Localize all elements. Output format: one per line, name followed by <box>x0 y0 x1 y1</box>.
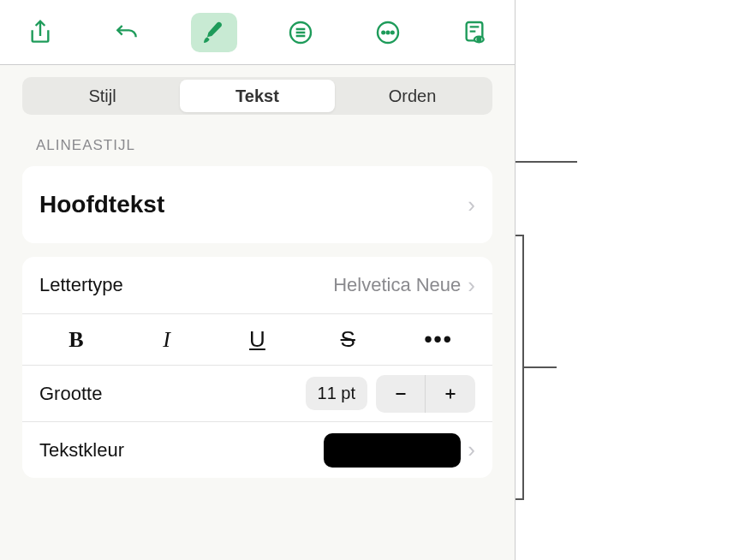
svg-point-2 <box>382 31 384 33</box>
textcolor-row[interactable]: Tekstkleur › <box>22 421 492 478</box>
callout-line <box>516 161 577 163</box>
undo-button[interactable] <box>104 13 150 52</box>
list-icon <box>287 19 314 46</box>
read-mode-button[interactable] <box>451 13 498 52</box>
tabs-container: Stijl Tekst Orden <box>0 65 515 123</box>
callout-bracket-top <box>516 235 524 236</box>
italic-button[interactable]: I <box>122 317 212 363</box>
more-options-button[interactable] <box>365 13 411 52</box>
font-value: Helvetica Neue <box>333 274 461 296</box>
font-label: Lettertype <box>39 274 123 296</box>
svg-point-4 <box>391 31 394 33</box>
size-label: Grootte <box>39 383 102 405</box>
format-brush-button[interactable] <box>191 13 237 52</box>
chevron-right-icon: › <box>468 272 475 299</box>
insert-button[interactable] <box>277 13 324 52</box>
underline-button[interactable]: U <box>212 316 303 363</box>
callout-area <box>516 0 745 560</box>
tab-orden[interactable]: Orden <box>335 80 490 112</box>
share-icon <box>27 19 54 46</box>
document-eye-icon <box>461 19 488 46</box>
tab-tekst[interactable]: Tekst <box>180 80 335 112</box>
textcolor-label: Tekstkleur <box>39 439 124 462</box>
top-toolbar <box>0 0 515 65</box>
paragraph-style-card: Hoofdtekst › <box>22 166 492 243</box>
root: Stijl Tekst Orden ALINEASTIJL Hoofdtekst… <box>0 0 745 560</box>
paragraph-style-value: Hoofdtekst <box>39 191 164 218</box>
share-button[interactable] <box>17 13 63 52</box>
size-increase-button[interactable] <box>426 375 475 413</box>
size-value[interactable]: 11 pt <box>306 377 367 410</box>
font-row[interactable]: Lettertype Helvetica Neue › <box>22 257 492 313</box>
tab-stijl[interactable]: Stijl <box>25 80 180 112</box>
minus-icon <box>391 384 410 403</box>
more-format-button[interactable]: ••• <box>393 316 484 363</box>
chevron-right-icon: › <box>468 437 475 463</box>
bold-button[interactable]: B <box>31 317 122 363</box>
color-swatch[interactable] <box>324 433 461 468</box>
callout-bracket-bottom <box>516 498 524 500</box>
format-buttons-row: B I U S ••• <box>22 313 492 365</box>
size-row: Grootte 11 pt <box>22 365 492 421</box>
segmented-tabs: Stijl Tekst Orden <box>22 77 492 115</box>
undo-icon <box>113 19 140 46</box>
text-card: Lettertype Helvetica Neue › B I U S ••• … <box>22 257 492 478</box>
paragraph-style-row[interactable]: Hoofdtekst › <box>22 166 492 243</box>
section-header-alineastijl: ALINEASTIJL <box>0 123 515 159</box>
more-icon <box>374 19 402 46</box>
brush-icon <box>200 19 228 46</box>
size-stepper <box>376 375 475 413</box>
svg-point-7 <box>477 38 480 41</box>
format-panel: Stijl Tekst Orden ALINEASTIJL Hoofdtekst… <box>0 0 516 560</box>
svg-point-3 <box>386 31 389 33</box>
callout-bracket-mid <box>522 366 557 368</box>
plus-icon <box>441 384 460 403</box>
chevron-right-icon: › <box>468 192 475 218</box>
size-decrease-button[interactable] <box>376 375 426 413</box>
strikethrough-button[interactable]: S <box>302 316 393 363</box>
